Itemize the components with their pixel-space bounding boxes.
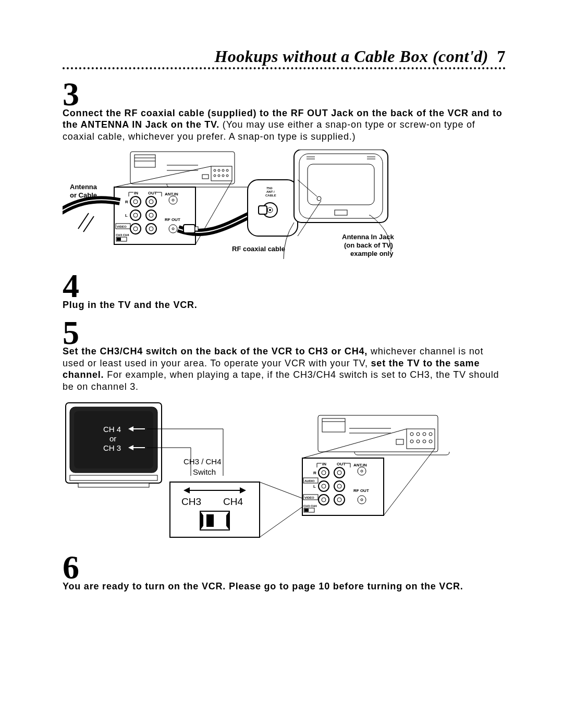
step-6-bold: You are ready to turn on the VCR. Please… xyxy=(63,581,463,591)
tv-jack-label-2: (on back of TV) xyxy=(344,241,393,250)
svg-rect-90 xyxy=(200,511,229,530)
svg-text:OUT: OUT xyxy=(337,462,346,466)
step-6-number: 6 xyxy=(63,556,506,579)
svg-point-100 xyxy=(410,433,413,436)
svg-point-31 xyxy=(130,210,141,220)
svg-point-126 xyxy=(358,467,366,475)
svg-line-94 xyxy=(260,482,303,499)
svg-text:75Ω: 75Ω xyxy=(266,187,273,190)
step-3-number: 3 xyxy=(63,83,506,106)
antenna-cable-label: Antenna or Cable xyxy=(70,183,97,199)
svg-text:ANT /: ANT / xyxy=(266,190,275,193)
svg-point-102 xyxy=(423,433,426,436)
manual-page: Hookups without a Cable Box (cont'd) 7 3… xyxy=(0,0,563,728)
svg-point-44 xyxy=(169,225,177,233)
step-5-number: 5 xyxy=(63,322,506,345)
tv-jack-label-3: example only xyxy=(350,250,393,258)
svg-point-12 xyxy=(226,175,228,177)
svg-rect-50 xyxy=(195,227,198,231)
svg-text:CH3  CH4: CH3 CH4 xyxy=(116,233,129,237)
svg-point-11 xyxy=(222,175,224,177)
svg-point-29 xyxy=(169,196,177,204)
rf-coaxial-cable-label: RF coaxial cable xyxy=(232,245,285,253)
svg-point-105 xyxy=(417,440,420,443)
svg-text:CH 4: CH 4 xyxy=(103,425,121,434)
svg-text:IN: IN xyxy=(322,462,326,466)
diagram-2-svg: CH 4 or CH 3 CH3 / CH4 Switch CH3 CH xyxy=(63,400,459,546)
svg-point-6 xyxy=(218,169,220,171)
step-6-text: You are ready to turn on the VCR. Please… xyxy=(63,581,506,593)
step-5-bold-1: Set the CH3/CH4 switch on the back of th… xyxy=(63,346,368,356)
svg-line-112 xyxy=(384,449,435,515)
svg-point-24 xyxy=(130,196,141,207)
header-rule xyxy=(63,67,506,72)
svg-rect-4 xyxy=(211,166,232,181)
svg-point-66 xyxy=(317,196,321,201)
svg-text:RF OUT: RF OUT xyxy=(353,488,369,493)
step-4-number: 4 xyxy=(63,275,506,298)
svg-text:Switch: Switch xyxy=(193,467,216,476)
svg-point-101 xyxy=(417,433,420,436)
svg-point-33 xyxy=(146,210,156,220)
svg-point-9 xyxy=(214,175,216,177)
svg-point-39 xyxy=(130,224,141,234)
page-number: 7 xyxy=(497,47,506,66)
svg-text:CABLE: CABLE xyxy=(265,194,276,197)
step-5-text: Set the CH3/CH4 switch on the back of th… xyxy=(63,346,506,392)
svg-text:CH3 / CH4: CH3 / CH4 xyxy=(183,457,222,466)
svg-text:AUDIO: AUDIO xyxy=(304,479,315,483)
diagram-2: CH 4 or CH 3 CH3 / CH4 Switch CH3 CH xyxy=(63,400,506,546)
svg-point-10 xyxy=(218,175,220,177)
svg-rect-81 xyxy=(78,483,149,487)
svg-rect-146 xyxy=(304,509,309,512)
svg-point-121 xyxy=(319,467,329,478)
svg-point-106 xyxy=(423,440,426,443)
svg-point-5 xyxy=(214,169,216,171)
svg-point-128 xyxy=(319,481,329,491)
svg-text:CH 3: CH 3 xyxy=(103,443,121,452)
svg-point-137 xyxy=(319,495,329,505)
step-4-bold: Plug in the TV and the VCR. xyxy=(63,300,198,310)
svg-point-142 xyxy=(358,496,366,504)
svg-text:R: R xyxy=(313,471,316,475)
svg-point-107 xyxy=(429,440,432,443)
svg-text:OUT: OUT xyxy=(148,191,157,195)
svg-text:ANT.IN: ANT.IN xyxy=(353,463,367,467)
svg-point-41 xyxy=(146,224,156,234)
svg-rect-93 xyxy=(206,514,214,527)
tv-jack-label-1: Antenna In Jack xyxy=(342,233,394,241)
svg-line-95 xyxy=(260,504,307,537)
svg-point-26 xyxy=(146,196,156,207)
svg-text:IN: IN xyxy=(134,191,138,195)
tv-antenna-plate-icon: 75Ω ANT / CABLE xyxy=(248,180,298,236)
step-4-text: Plug in the TV and the VCR. xyxy=(63,299,506,311)
svg-point-104 xyxy=(410,440,413,443)
svg-rect-48 xyxy=(117,238,121,241)
ch3-ch4-switch-icon: CH3 CH4 xyxy=(170,482,260,537)
svg-point-103 xyxy=(429,433,432,436)
svg-point-57 xyxy=(269,209,271,211)
svg-rect-58 xyxy=(259,206,267,214)
svg-text:or: or xyxy=(109,434,116,443)
svg-point-123 xyxy=(334,467,345,478)
svg-point-7 xyxy=(222,169,224,171)
vcr-back-panel-2-icon: IN OUT ANT.IN R L AUDIO VIDEO xyxy=(302,458,384,515)
svg-text:L: L xyxy=(313,484,316,489)
vcr-unit-icon xyxy=(130,152,251,187)
step-3-text: Connect the RF coaxial cable (supplied) … xyxy=(63,107,506,143)
svg-point-8 xyxy=(226,169,228,171)
svg-rect-49 xyxy=(183,225,195,233)
svg-text:L: L xyxy=(125,213,128,218)
svg-text:CH3  CH4: CH3 CH4 xyxy=(303,504,317,508)
svg-point-139 xyxy=(334,495,345,505)
page-title: Hookups without a Cable Box (cont'd) xyxy=(214,47,488,66)
step-5-body-2: For example, when playing a tape, if the… xyxy=(63,369,499,392)
svg-rect-67 xyxy=(335,210,347,215)
svg-text:VIDEO: VIDEO xyxy=(304,496,314,499)
svg-rect-80 xyxy=(70,475,157,480)
svg-text:RF OUT: RF OUT xyxy=(165,217,180,222)
svg-rect-108 xyxy=(396,439,403,445)
svg-rect-13 xyxy=(202,175,209,179)
page-header: Hookups without a Cable Box (cont'd) 7 xyxy=(63,47,506,66)
svg-text:CH4: CH4 xyxy=(223,496,243,507)
